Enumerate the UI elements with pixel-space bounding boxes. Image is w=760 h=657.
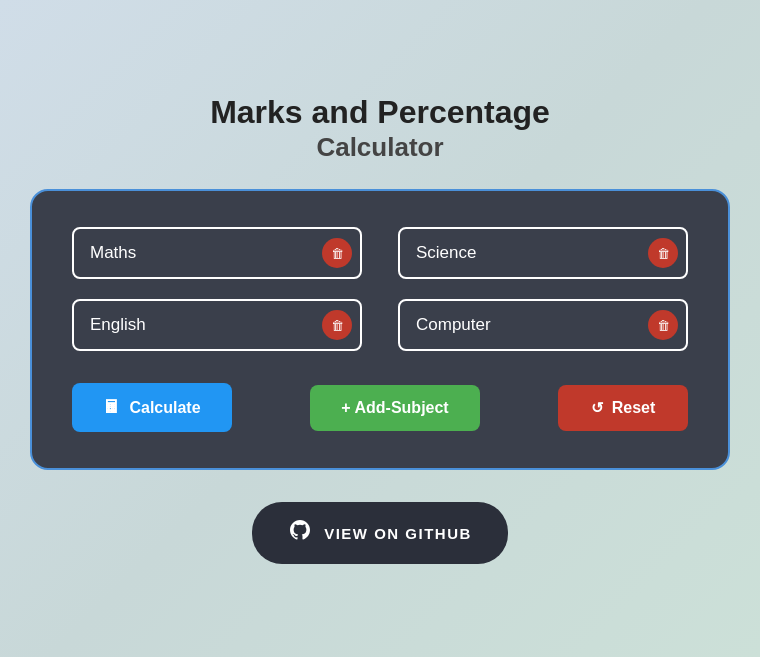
trash-icon: 🗑 <box>331 246 344 261</box>
main-title-line1: Marks and Percentage <box>210 93 550 131</box>
github-section: VIEW ON GITHUB <box>252 502 508 564</box>
computer-delete-button[interactable]: 🗑 <box>648 310 678 340</box>
calculator-card: 🗑 🗑 🗑 🗑 🖩 Calculate + <box>30 189 730 470</box>
computer-field-wrapper: 🗑 <box>398 299 688 351</box>
github-label: VIEW ON GITHUB <box>324 525 472 542</box>
english-input[interactable] <box>72 299 362 351</box>
science-field-wrapper: 🗑 <box>398 227 688 279</box>
trash-icon: 🗑 <box>331 318 344 333</box>
english-field-wrapper: 🗑 <box>72 299 362 351</box>
maths-input[interactable] <box>72 227 362 279</box>
subjects-grid: 🗑 🗑 🗑 🗑 <box>72 227 688 351</box>
add-subject-button[interactable]: + Add-Subject <box>310 385 480 431</box>
calculate-button[interactable]: 🖩 Calculate <box>72 383 232 432</box>
add-subject-label: + Add-Subject <box>341 399 448 417</box>
actions-row: 🖩 Calculate + Add-Subject ↺ Reset <box>72 383 688 432</box>
reset-icon: ↺ <box>591 399 604 417</box>
reset-button[interactable]: ↺ Reset <box>558 385 688 431</box>
science-input[interactable] <box>398 227 688 279</box>
github-button[interactable]: VIEW ON GITHUB <box>252 502 508 564</box>
english-delete-button[interactable]: 🗑 <box>322 310 352 340</box>
reset-label: Reset <box>612 399 656 417</box>
page-title: Marks and Percentage Calculator <box>210 93 550 165</box>
calculator-icon: 🖩 <box>103 397 121 418</box>
maths-delete-button[interactable]: 🗑 <box>322 238 352 268</box>
calculate-label: Calculate <box>129 399 200 417</box>
trash-icon: 🗑 <box>657 318 670 333</box>
science-delete-button[interactable]: 🗑 <box>648 238 678 268</box>
main-title-line2: Calculator <box>210 131 550 165</box>
trash-icon: 🗑 <box>657 246 670 261</box>
computer-input[interactable] <box>398 299 688 351</box>
maths-field-wrapper: 🗑 <box>72 227 362 279</box>
github-icon <box>288 518 312 548</box>
